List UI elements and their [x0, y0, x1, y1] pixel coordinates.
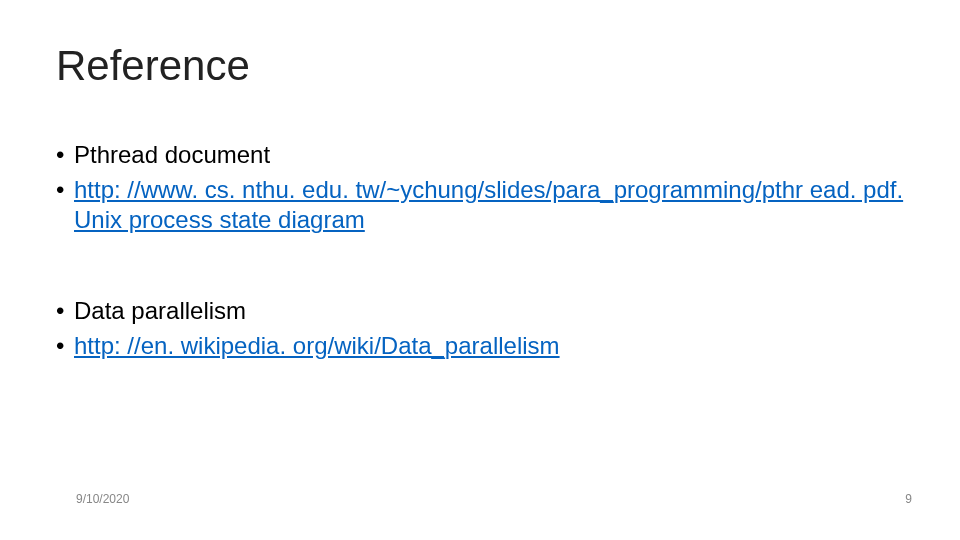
bullet-list-2: Data parallelism http: //en. wikipedia. … — [56, 296, 904, 361]
bullet-text: Pthread document — [74, 141, 270, 168]
bullet-item: http: //www. cs. nthu. edu. tw/~ychung/s… — [56, 175, 904, 236]
footer-date: 9/10/2020 — [76, 492, 129, 506]
bullet-item: Pthread document — [56, 140, 904, 171]
bullet-item: Data parallelism — [56, 296, 904, 327]
footer-page-number: 9 — [905, 492, 912, 506]
bullet-text: Data parallelism — [74, 297, 246, 324]
reference-link[interactable]: http: //www. cs. nthu. edu. tw/~ychung/s… — [74, 176, 903, 234]
bullet-item: http: //en. wikipedia. org/wiki/Data_par… — [56, 331, 904, 362]
bullet-list-1: Pthread document http: //www. cs. nthu. … — [56, 140, 904, 236]
slide: Reference Pthread document http: //www. … — [0, 0, 960, 540]
spacer — [56, 240, 904, 296]
slide-body: Pthread document http: //www. cs. nthu. … — [56, 140, 904, 366]
reference-link[interactable]: http: //en. wikipedia. org/wiki/Data_par… — [74, 332, 560, 359]
slide-title: Reference — [56, 42, 250, 90]
